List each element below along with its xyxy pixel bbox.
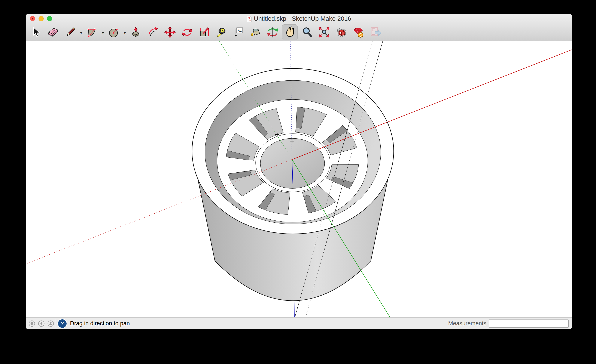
tool-move[interactable] bbox=[162, 24, 178, 40]
text-icon: A1 bbox=[232, 26, 245, 38]
toolbar: pink ▾ bbox=[26, 23, 572, 41]
zoom-icon bbox=[301, 26, 313, 38]
eraser-icon: pink bbox=[47, 26, 59, 38]
tool-eraser[interactable]: pink bbox=[45, 24, 61, 40]
tool-paint-bucket[interactable] bbox=[248, 24, 263, 40]
tool-orbit[interactable] bbox=[265, 24, 280, 40]
pan-hand-icon bbox=[284, 26, 296, 38]
measurements-input[interactable] bbox=[489, 320, 569, 328]
tool-send-to-layout[interactable] bbox=[368, 24, 383, 40]
text-sample: A1 bbox=[238, 29, 242, 33]
document-edited-dot bbox=[32, 18, 33, 20]
pencil-icon bbox=[64, 26, 76, 38]
titlebar[interactable]: .skp Untitled.skp - SketchUp Make 2016 bbox=[26, 14, 572, 23]
push-pull-icon bbox=[130, 26, 142, 38]
circle-icon bbox=[108, 26, 120, 38]
get-models-icon bbox=[335, 26, 347, 38]
modeling-viewport[interactable] bbox=[26, 41, 572, 317]
measurements-label: Measurements bbox=[448, 320, 486, 327]
minimize-button[interactable] bbox=[38, 16, 44, 21]
tool-zoom[interactable] bbox=[299, 24, 315, 40]
help-icon[interactable]: ? bbox=[58, 319, 67, 328]
arc-dropdown-arrow[interactable]: ▾ bbox=[102, 29, 104, 35]
tool-line[interactable] bbox=[62, 24, 78, 40]
tool-circle[interactable] bbox=[106, 24, 122, 40]
tool-follow-me[interactable] bbox=[145, 24, 161, 40]
tool-pan[interactable] bbox=[282, 24, 298, 40]
scale-icon bbox=[198, 26, 210, 38]
tool-scale[interactable] bbox=[196, 24, 212, 40]
tool-get-models[interactable] bbox=[334, 24, 349, 40]
line-dropdown-arrow[interactable]: ▾ bbox=[80, 29, 83, 35]
statusbar-divider bbox=[56, 319, 56, 328]
zoom-button[interactable] bbox=[47, 16, 52, 21]
tool-rotate[interactable] bbox=[179, 24, 195, 40]
blue-axis-solid-lower bbox=[294, 300, 294, 317]
arc-icon bbox=[86, 26, 98, 38]
tool-push-pull[interactable] bbox=[128, 24, 143, 40]
tool-tape-measure[interactable] bbox=[214, 24, 229, 40]
tool-share-model[interactable] bbox=[351, 24, 366, 40]
paint-bucket-icon bbox=[250, 26, 262, 38]
select-cursor-icon bbox=[30, 26, 42, 38]
rotate-icon bbox=[181, 26, 193, 38]
tool-text[interactable]: A1 bbox=[231, 24, 246, 40]
send-to-layout-icon bbox=[370, 26, 381, 38]
window-title: Untitled.skp - SketchUp Make 2016 bbox=[254, 15, 351, 22]
status-hint: Drag in direction to pan bbox=[70, 320, 130, 327]
claim-credit-icon[interactable] bbox=[38, 320, 45, 327]
document-icon: .skp bbox=[247, 16, 252, 22]
window-chrome: .skp Untitled.skp - SketchUp Make 2016 p… bbox=[26, 14, 572, 41]
traffic-lights bbox=[30, 16, 52, 21]
close-button[interactable] bbox=[30, 16, 35, 21]
tool-zoom-extents[interactable] bbox=[316, 24, 332, 40]
orbit-icon bbox=[267, 26, 279, 38]
tool-arc[interactable] bbox=[84, 24, 100, 40]
tool-select[interactable] bbox=[28, 24, 44, 40]
move-icon bbox=[164, 26, 176, 38]
skp-badge: .skp bbox=[249, 20, 251, 21]
zoom-extents-icon bbox=[318, 26, 330, 38]
share-model-icon bbox=[352, 26, 364, 38]
tape-measure-icon bbox=[215, 26, 227, 38]
sketchup-window: .skp Untitled.skp - SketchUp Make 2016 p… bbox=[26, 14, 572, 329]
desktop: { "window": { "title": "Untitled.skp - S… bbox=[0, 0, 596, 364]
circle-dropdown-arrow[interactable]: ▾ bbox=[123, 29, 126, 35]
geo-location-icon[interactable] bbox=[29, 320, 35, 327]
statusbar: ? Drag in direction to pan Measurements bbox=[26, 317, 572, 329]
follow-me-icon bbox=[147, 26, 159, 38]
scene-canvas[interactable] bbox=[26, 41, 572, 317]
account-icon[interactable] bbox=[47, 320, 54, 327]
